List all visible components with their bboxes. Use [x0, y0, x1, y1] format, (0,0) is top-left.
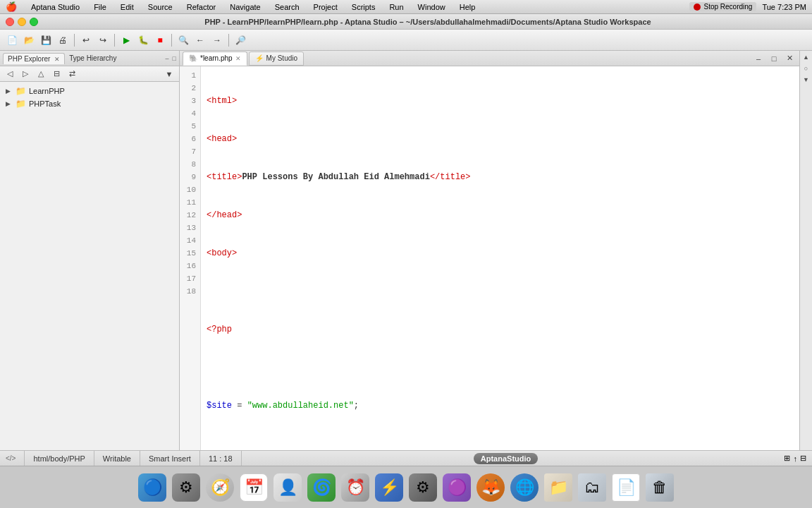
code-line-7: <?php: [207, 323, 794, 336]
right-panel-btn-3[interactable]: ▼: [801, 76, 811, 86]
php-explorer-close[interactable]: ✕: [54, 56, 60, 63]
up-btn[interactable]: △: [34, 67, 48, 81]
dock-system-prefs[interactable]: ⚙: [171, 472, 202, 503]
status-icon-2[interactable]: ↑: [793, 454, 797, 463]
menu-file[interactable]: File: [91, 3, 109, 11]
studio-icon: ⚡: [255, 54, 264, 62]
debug-btn[interactable]: 🐛: [135, 32, 151, 48]
dock-files[interactable]: 📁: [543, 472, 574, 503]
back-history-btn[interactable]: ◁: [3, 67, 17, 81]
dock-document[interactable]: 📄: [610, 472, 641, 503]
redo-btn[interactable]: ↪: [95, 32, 111, 48]
menu-navigate[interactable]: Navigate: [227, 3, 263, 11]
menu-scripts[interactable]: Scripts: [349, 3, 379, 11]
dock-trash[interactable]: 🗑: [644, 472, 675, 503]
open-btn[interactable]: 📂: [21, 32, 37, 48]
toolbar-sep-4: [228, 34, 229, 47]
menu-search[interactable]: Search: [272, 3, 302, 11]
toolbar-sep-3: [171, 34, 172, 47]
right-panel-btn-2[interactable]: ○: [801, 65, 811, 75]
main-area: PHP Explorer ✕ Type Hierarchy – □ ◁ ▷ △ …: [0, 51, 812, 450]
code-line-8: [207, 361, 794, 374]
tree-item-learnphp[interactable]: ▶ 📁 LearnPHP: [0, 85, 179, 97]
menu-edit[interactable]: Edit: [118, 3, 137, 11]
menu-source[interactable]: Source: [145, 3, 176, 11]
status-badge: AptanaStudio: [474, 453, 539, 464]
sidebar: PHP Explorer ✕ Type Hierarchy – □ ◁ ▷ △ …: [0, 51, 180, 450]
menu-bar: 🍎 Aptana Studio File Edit Source Refacto…: [0, 0, 812, 14]
editor-close-btn[interactable]: ✕: [782, 52, 796, 66]
editor-max-btn[interactable]: □: [767, 52, 781, 66]
menu-aptana[interactable]: Aptana Studio: [28, 3, 82, 11]
tab-learn-php[interactable]: 🐘 *learn.php ✕: [183, 52, 247, 66]
line-numbers: 12345 678910 1112131415 161718: [180, 66, 201, 450]
editor-min-btn[interactable]: –: [751, 52, 765, 66]
dock-firefox[interactable]: 🦊: [475, 472, 506, 503]
menu-help[interactable]: Help: [457, 3, 479, 11]
tab-learn-php-close[interactable]: ✕: [235, 55, 241, 62]
dock-globe[interactable]: 🌐: [509, 472, 540, 503]
stop-btn[interactable]: ■: [152, 32, 168, 48]
new-file-btn[interactable]: 📄: [4, 32, 20, 48]
dock-stack[interactable]: 🗂: [577, 472, 608, 503]
dock-aptana-studio[interactable]: ⚡: [374, 472, 405, 503]
window-close-btn[interactable]: [6, 18, 14, 26]
save-btn[interactable]: 💾: [38, 32, 54, 48]
toolbar-sep-2: [114, 34, 115, 47]
status-icon-1[interactable]: ⊞: [784, 454, 790, 463]
dock-back-to-mac[interactable]: 🌀: [306, 472, 337, 503]
code-editor[interactable]: 12345 678910 1112131415 161718 <html> <h…: [180, 66, 799, 450]
menu-run[interactable]: Run: [386, 3, 406, 11]
window-minimize-btn[interactable]: [18, 18, 26, 26]
sync-btn[interactable]: ⇄: [65, 67, 79, 81]
right-panel-btn-1[interactable]: ▲: [801, 54, 811, 64]
forward-btn[interactable]: →: [209, 32, 225, 48]
sidebar-tabs: PHP Explorer ✕ Type Hierarchy – □: [0, 51, 179, 66]
sidebar-max-btn[interactable]: □: [173, 55, 176, 62]
tab-my-studio[interactable]: ⚡ My Studio: [249, 52, 304, 66]
back-btn[interactable]: ←: [192, 32, 208, 48]
run-btn[interactable]: ▶: [118, 32, 134, 48]
apple-menu[interactable]: 🍎: [6, 1, 17, 12]
menu-project[interactable]: Project: [311, 3, 340, 11]
editor-area: 🐘 *learn.php ✕ ⚡ My Studio – □ ✕ 12345 6…: [180, 51, 799, 450]
dock-safari-2[interactable]: 🧭: [204, 472, 235, 503]
status-position: 11 : 18: [200, 451, 242, 466]
sidebar-toolbar: ◁ ▷ △ ⊟ ⇄ ▼: [0, 66, 179, 82]
code-content[interactable]: <html> <head> <title>PHP Lessons By Abdu…: [201, 66, 799, 450]
search-btn[interactable]: 🔍: [176, 32, 191, 48]
window-maximize-btn[interactable]: [30, 18, 38, 26]
stop-recording-btn[interactable]: Stop Recording: [689, 2, 756, 11]
sidebar-min-btn[interactable]: –: [166, 55, 169, 62]
editor-tabs: 🐘 *learn.php ✕ ⚡ My Studio – □ ✕: [180, 51, 799, 66]
dock-finder[interactable]: 🔵: [137, 472, 168, 503]
folder-icon-learnphp: 📁: [16, 86, 26, 96]
menu-window[interactable]: Window: [415, 3, 448, 11]
tab-php-explorer[interactable]: PHP Explorer ✕: [3, 53, 65, 64]
tab-my-studio-label: My Studio: [266, 54, 297, 62]
status-path-icon: </>: [6, 451, 25, 466]
dock-purple-app[interactable]: 🟣: [441, 472, 472, 503]
new-dropdown-btn[interactable]: ▼: [162, 67, 176, 81]
status-icon-3[interactable]: ⊟: [800, 454, 806, 463]
window-title: PHP - LearnPHP/learnPHP/learn.php - Apta…: [44, 18, 812, 26]
fwd-history-btn[interactable]: ▷: [18, 67, 32, 81]
undo-btn[interactable]: ↩: [78, 32, 94, 48]
dock-ical[interactable]: 📅: [238, 472, 269, 503]
menu-refactor[interactable]: Refactor: [184, 3, 219, 11]
print-btn[interactable]: 🖨: [55, 32, 70, 48]
tab-type-hierarchy[interactable]: Type Hierarchy: [65, 53, 121, 64]
collapse-btn[interactable]: ⊟: [49, 67, 63, 81]
code-line-10: [207, 437, 794, 450]
code-line-4: </head>: [207, 209, 794, 222]
status-bar: </> html/body/PHP Writable Smart Insert …: [0, 450, 812, 466]
php-file-icon: 🐘: [189, 54, 197, 62]
tree-label-learnphp: LearnPHP: [29, 87, 65, 95]
tree-item-phptask[interactable]: ▶ 📁 PHPTask: [0, 97, 179, 110]
zoom-btn[interactable]: 🔎: [233, 32, 248, 48]
status-insert: Smart Insert: [140, 451, 200, 466]
dock-contacts[interactable]: 👤: [272, 472, 303, 503]
dock: 🔵 ⚙ 🧭 📅 👤 🌀 ⏰ ⚡ ⚙ 🟣 🦊 🌐 📁 🗂 📄 🗑: [0, 466, 812, 508]
dock-gear-settings[interactable]: ⚙: [407, 472, 438, 503]
dock-time-machine[interactable]: ⏰: [340, 472, 371, 503]
